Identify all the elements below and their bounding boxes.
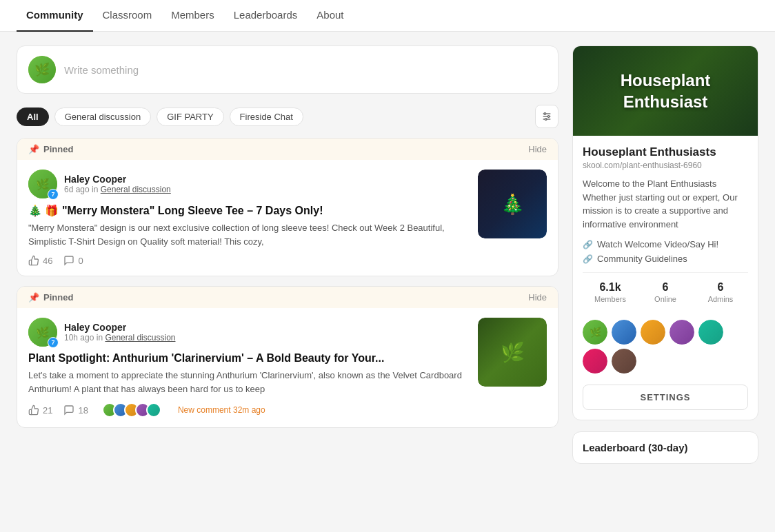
comment-count-1: 0 bbox=[78, 256, 83, 266]
post-content-1: 🌿 7 Haley Cooper 6d ago in General discu… bbox=[28, 170, 468, 266]
top-nav: Community Classroom Members Leaderboards… bbox=[0, 0, 775, 32]
author-badge-1: 7 bbox=[48, 189, 59, 200]
chain-icon-2: 🔗 bbox=[583, 254, 593, 264]
hide-btn-2[interactable]: Hide bbox=[528, 292, 547, 303]
sidebar-info: Houseplant Enthusiasts skool.com/plant-e… bbox=[573, 136, 758, 313]
stat-members-label: Members bbox=[583, 295, 638, 303]
comment-avatars-2 bbox=[102, 402, 161, 418]
pin-icon-2: 📌 bbox=[28, 292, 39, 303]
sidebar: HouseplantEnthusiast Houseplant Enthusia… bbox=[572, 45, 758, 475]
stat-members-num: 6.1k bbox=[583, 281, 638, 294]
member-avatar-7[interactable] bbox=[612, 349, 636, 374]
filter-all[interactable]: All bbox=[17, 108, 49, 126]
filter-bar: All General discussion GIF PARTY Firesid… bbox=[17, 105, 558, 128]
post-title-2[interactable]: Plant Spotlight: Anthurium 'Clarinervium… bbox=[28, 352, 468, 365]
like-btn-2[interactable]: 21 bbox=[28, 405, 52, 416]
desc-line2: Whether just starting out or expert, Our… bbox=[583, 192, 738, 229]
svg-point-4 bbox=[547, 116, 550, 118]
pinned-text-1: Pinned bbox=[43, 144, 73, 154]
compose-avatar: 🌿 bbox=[28, 56, 56, 83]
thumb-up-icon-1 bbox=[28, 255, 39, 266]
desc-line1: Welcome to the Plant Enthusiasts bbox=[583, 178, 716, 189]
link-label-2: Community Guidelines bbox=[597, 254, 687, 264]
stat-online-label: Online bbox=[638, 295, 693, 303]
pinned-label-2: 📌 Pinned bbox=[28, 292, 73, 303]
author-meta-2: 10h ago in General discussion bbox=[64, 333, 175, 342]
post-text-2: Let's take a moment to appreciate the st… bbox=[28, 369, 468, 396]
svg-point-5 bbox=[545, 119, 547, 121]
post-card-2: 📌 Pinned Hide 🌿 7 Haley Cooper bbox=[17, 286, 558, 428]
leaderboard-card: Leaderboard (30-day) bbox=[572, 431, 758, 464]
stat-members: 6.1k Members bbox=[583, 281, 638, 303]
stat-admins-label: Admins bbox=[693, 295, 748, 303]
svg-point-3 bbox=[544, 113, 546, 115]
post-in-2: in bbox=[97, 333, 105, 342]
leaderboard-section: Leaderboard (30-day) bbox=[573, 432, 758, 463]
member-avatar-3[interactable] bbox=[641, 320, 665, 345]
member-avatar-2[interactable] bbox=[612, 320, 636, 345]
member-avatars-row: 🌿 bbox=[573, 313, 758, 380]
post-category-2[interactable]: General discussion bbox=[105, 333, 175, 342]
nav-members[interactable]: Members bbox=[161, 0, 224, 32]
member-avatar-1[interactable]: 🌿 bbox=[583, 320, 607, 345]
community-card: HouseplantEnthusiast Houseplant Enthusia… bbox=[572, 45, 758, 420]
community-stats: 6.1k Members 6 Online 6 Admins bbox=[583, 272, 748, 303]
author-badge-2: 7 bbox=[48, 337, 59, 348]
pinned-text-2: Pinned bbox=[43, 292, 73, 303]
post-title-1[interactable]: 🎄 🎁 "Merry Monstera" Long Sleeve Tee – 7… bbox=[28, 204, 468, 217]
nav-community[interactable]: Community bbox=[17, 0, 93, 32]
post-time-1: 6d ago bbox=[64, 185, 90, 194]
post-author-row-2: 🌿 7 Haley Cooper 10h ago in General disc… bbox=[28, 318, 468, 347]
like-count-1: 46 bbox=[43, 256, 52, 266]
pinned-header-2: 📌 Pinned Hide bbox=[17, 287, 558, 308]
member-avatar-5[interactable] bbox=[698, 320, 723, 345]
post-in-1: in bbox=[92, 185, 101, 194]
community-banner: HouseplantEnthusiast bbox=[573, 46, 758, 136]
thumb-up-icon-2 bbox=[28, 405, 39, 416]
post-actions-2: 21 18 New comment 3 bbox=[28, 402, 468, 418]
stat-online-num: 6 bbox=[638, 281, 693, 294]
compose-placeholder[interactable]: Write something bbox=[64, 64, 139, 76]
comment-btn-2[interactable]: 18 bbox=[63, 405, 88, 416]
feed-column: 🌿 Write something All General discussion… bbox=[17, 45, 558, 475]
post-actions-1: 46 0 bbox=[28, 255, 468, 266]
post-image-2: 🌿 bbox=[478, 318, 547, 387]
community-url[interactable]: skool.com/plant-enthusiast-6960 bbox=[583, 161, 748, 170]
pinned-header-1: 📌 Pinned Hide bbox=[17, 139, 558, 160]
comment-count-2: 18 bbox=[78, 405, 88, 416]
member-avatar-6[interactable] bbox=[583, 349, 607, 374]
author-name-2[interactable]: Haley Cooper bbox=[64, 322, 175, 333]
link-guidelines[interactable]: 🔗 Community Guidelines bbox=[583, 254, 748, 264]
compose-box[interactable]: 🌿 Write something bbox=[17, 45, 558, 94]
filter-gif[interactable]: GIF PARTY bbox=[157, 108, 223, 126]
settings-button[interactable]: SETTINGS bbox=[583, 385, 748, 410]
author-meta-1: 6d ago in General discussion bbox=[64, 185, 171, 194]
post-category-1[interactable]: General discussion bbox=[101, 185, 171, 194]
stat-online: 6 Online bbox=[638, 281, 693, 303]
like-btn-1[interactable]: 46 bbox=[28, 255, 52, 266]
comment-btn-1[interactable]: 0 bbox=[63, 255, 83, 266]
author-name-1[interactable]: Haley Cooper bbox=[64, 174, 171, 185]
filter-general[interactable]: General discussion bbox=[54, 108, 152, 126]
author-info-2: Haley Cooper 10h ago in General discussi… bbox=[64, 322, 175, 342]
link-label-1: Watch Welcome Video/Say Hi! bbox=[597, 239, 718, 249]
member-avatar-4[interactable] bbox=[670, 320, 694, 345]
nav-about[interactable]: About bbox=[307, 0, 353, 32]
filter-fireside[interactable]: Fireside Chat bbox=[230, 108, 303, 126]
pin-icon-1: 📌 bbox=[28, 144, 39, 154]
post-body-1: 🌿 7 Haley Cooper 6d ago in General discu… bbox=[17, 160, 558, 276]
author-avatar-1: 🌿 7 bbox=[28, 170, 57, 198]
new-comment-label[interactable]: New comment 32m ago bbox=[178, 405, 265, 415]
link-welcome-video[interactable]: 🔗 Watch Welcome Video/Say Hi! bbox=[583, 239, 748, 249]
banner-text: HouseplantEnthusiast bbox=[621, 70, 711, 112]
pinned-label-1: 📌 Pinned bbox=[28, 144, 73, 154]
comment-avatar-5 bbox=[146, 402, 161, 418]
community-title: Houseplant Enthusiasts bbox=[583, 145, 748, 159]
nav-classroom[interactable]: Classroom bbox=[93, 0, 162, 32]
stat-admins: 6 Admins bbox=[693, 281, 748, 303]
post-content-2: 🌿 7 Haley Cooper 10h ago in General disc… bbox=[28, 318, 468, 418]
author-info-1: Haley Cooper 6d ago in General discussio… bbox=[64, 174, 171, 194]
filter-settings-icon[interactable] bbox=[535, 105, 558, 128]
hide-btn-1[interactable]: Hide bbox=[528, 144, 547, 154]
nav-leaderboards[interactable]: Leaderboards bbox=[224, 0, 308, 32]
